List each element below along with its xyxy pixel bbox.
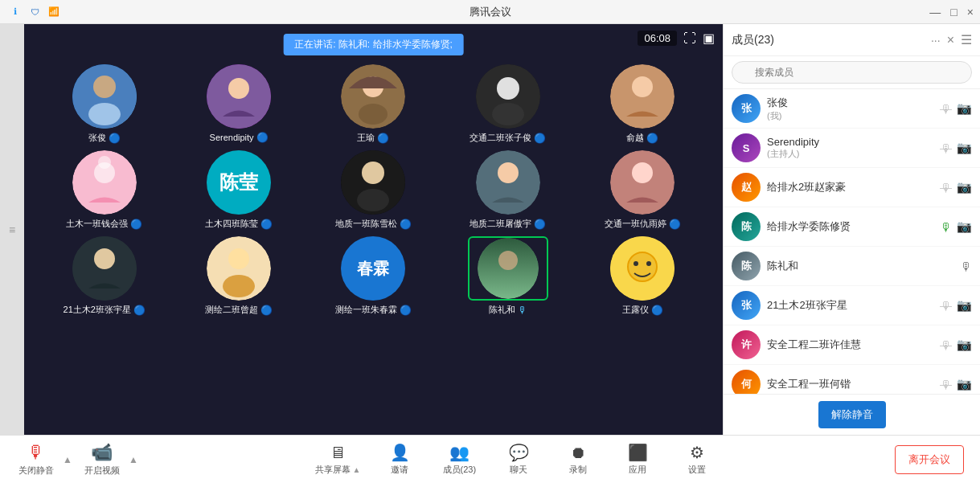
- member-item-6[interactable]: 张 21土木2班张宇星 🎙 📷: [724, 286, 980, 325]
- mic-muted-icon-3: 🎙: [940, 181, 952, 194]
- participant-cell-7[interactable]: 陈莹 土木四班陈莹 🔵: [174, 150, 302, 230]
- participant-cell-4[interactable]: 交通二班张子俊 🔵: [444, 64, 572, 144]
- member-item-8[interactable]: 何 安全工程一班何锴 🎙 📷: [724, 365, 980, 394]
- signal-icon[interactable]: 📶: [47, 5, 61, 19]
- split-view-button[interactable]: ▣: [703, 31, 715, 46]
- participant-cell-1[interactable]: 张俊 🔵: [40, 64, 168, 144]
- member-icons-3: 🎙 📷: [940, 180, 972, 194]
- settings-tool[interactable]: ⚙ 设置: [677, 443, 717, 476]
- mute-arrow[interactable]: ▲: [63, 454, 72, 465]
- unmute-all-button[interactable]: 解除静音: [818, 401, 886, 428]
- participant-name-1: 张俊: [88, 132, 106, 144]
- member-info-7: 安全工程二班许佳慧: [767, 338, 933, 352]
- member-info-6: 21土木2班张宇星: [767, 298, 933, 313]
- collapsed-side-panel[interactable]: ≡: [0, 24, 24, 435]
- cam-muted-icon-8: 📷: [957, 377, 972, 391]
- participant-cell-10[interactable]: 交通一班仇雨婷 🔵: [579, 150, 707, 230]
- more-button[interactable]: ···: [931, 34, 941, 47]
- participant-cell-2[interactable]: Serendipity 🔵: [174, 64, 302, 144]
- member-name-2: Serendipity: [767, 136, 933, 148]
- settings-label: 设置: [688, 464, 706, 476]
- participant-cell-14[interactable]: 陈礼和 🎙: [444, 236, 572, 316]
- maximize-button[interactable]: □: [950, 6, 957, 18]
- menu-button[interactable]: ☰: [961, 32, 972, 47]
- fullscreen-button[interactable]: ⛶: [683, 31, 696, 46]
- info-icon[interactable]: ℹ: [8, 5, 23, 19]
- participant-cell-3[interactable]: 王瑜 🔵: [310, 64, 437, 144]
- svg-point-1: [93, 76, 116, 98]
- member-item-4[interactable]: 陈 给排水学委陈修贤 🎙 📷: [724, 207, 980, 247]
- share-tool[interactable]: 🖥 共享屏幕 ▲: [315, 444, 360, 476]
- participant-name-12: 测绘二班曾超: [205, 304, 258, 316]
- search-bar: 🔍: [724, 56, 980, 89]
- participant-name-13: 测绘一班朱春霖: [335, 304, 397, 316]
- member-icons-2: 🎙 📷: [940, 141, 972, 155]
- member-tag-2: (主持人): [767, 148, 933, 160]
- members-tool[interactable]: 👥 成员(23): [439, 443, 479, 476]
- member-item-3[interactable]: 赵 给排水2班赵家豪 🎙 📷: [724, 168, 980, 207]
- member-item-1[interactable]: 张 张俊 (我) 🎙 📷: [724, 89, 980, 129]
- participant-name-6: 土木一班钱会强: [66, 218, 128, 230]
- video-tool[interactable]: 📹 开启视频: [82, 442, 122, 477]
- mic-icon-12: 🔵: [260, 305, 273, 316]
- member-item-2[interactable]: S Serendipity (主持人) 🎙 📷: [724, 129, 980, 168]
- record-tool[interactable]: ⏺ 录制: [558, 444, 598, 476]
- mic-muted-icon-1: 🎙: [940, 102, 952, 116]
- member-name-5: 陈礼和: [767, 259, 953, 273]
- sidebar-actions: ··· × ☰: [931, 32, 972, 47]
- participant-cell-12[interactable]: 测绘二班曾超 🔵: [174, 236, 302, 316]
- chat-label: 聊天: [510, 464, 527, 476]
- member-info-2: Serendipity (主持人): [767, 136, 933, 160]
- mic-muted-icon-6: 🎙: [940, 299, 952, 313]
- participant-name-5: 俞越: [626, 132, 644, 144]
- invite-label: 邀请: [391, 464, 408, 476]
- member-item-5[interactable]: 陈 陈礼和 🎙: [724, 247, 980, 286]
- participant-cell-9[interactable]: 地质二班屠傲宇 🔵: [444, 150, 572, 230]
- shield-icon[interactable]: 🛡: [27, 5, 42, 19]
- leave-meeting-button[interactable]: 离开会议: [895, 445, 964, 474]
- svg-point-12: [632, 76, 653, 97]
- minimize-button[interactable]: —: [929, 6, 941, 18]
- svg-point-20: [498, 162, 519, 183]
- close-sidebar-button[interactable]: ×: [947, 33, 954, 47]
- time-display: 06:08: [638, 31, 677, 46]
- member-icons-8: 🎙 📷: [940, 377, 972, 391]
- member-icons-1: 🎙 📷: [940, 101, 972, 116]
- svg-point-18: [357, 189, 389, 211]
- svg-point-17: [362, 162, 384, 184]
- apps-tool[interactable]: ⬛ 应用: [617, 443, 658, 476]
- svg-point-10: [492, 103, 524, 125]
- member-item-7[interactable]: 许 安全工程二班许佳慧 🎙 📷: [724, 325, 980, 365]
- participant-cell-8[interactable]: 地质一班陈雪松 🔵: [310, 150, 437, 230]
- close-button[interactable]: ×: [967, 6, 974, 18]
- bottom-right-buttons: 离开会议: [895, 445, 964, 474]
- window-title: 腾讯会议: [469, 5, 511, 19]
- mic-icon-7: 🔵: [260, 219, 273, 230]
- member-avatar-6: 张: [732, 291, 761, 320]
- members-list: 张 张俊 (我) 🎙 📷 S Serendipity (主持人) 🎙: [724, 89, 980, 394]
- participant-cell-15[interactable]: 王露仪 🔵: [579, 236, 707, 316]
- participant-name-9: 地质二班屠傲宇: [469, 218, 531, 230]
- participant-cell-5[interactable]: 俞越 🔵: [579, 64, 707, 144]
- apps-icon: ⬛: [628, 443, 648, 462]
- window-controls[interactable]: — □ ×: [929, 6, 974, 18]
- chat-tool[interactable]: 💬 聊天: [498, 443, 539, 476]
- video-arrow[interactable]: ▲: [129, 454, 138, 465]
- svg-point-30: [498, 251, 518, 270]
- member-name-4: 给排水学委陈修贤: [767, 219, 933, 234]
- search-input[interactable]: [732, 61, 972, 84]
- participant-cell-11[interactable]: 21土木2班张宇星 🔵: [40, 236, 168, 316]
- participant-cell-6[interactable]: 土木一班钱会强 🔵: [40, 150, 168, 230]
- member-info-4: 给排水学委陈修贤: [767, 219, 933, 234]
- participant-name-14: 陈礼和: [489, 304, 515, 316]
- member-avatar-8: 何: [732, 370, 761, 394]
- participant-cell-13[interactable]: 春霖 测绘一班朱春霖 🔵: [310, 236, 437, 316]
- svg-point-26: [228, 248, 249, 269]
- invite-tool[interactable]: 👤 邀请: [379, 443, 420, 476]
- member-avatar-5: 陈: [732, 252, 761, 280]
- mic-active-icon-4: 🎙: [940, 220, 952, 234]
- mute-tool[interactable]: 🎙 关闭静音: [16, 442, 56, 477]
- member-name-3: 给排水2班赵家豪: [767, 180, 933, 194]
- sidebar-title: 成员(23): [732, 33, 926, 47]
- share-arrow[interactable]: ▲: [352, 465, 360, 474]
